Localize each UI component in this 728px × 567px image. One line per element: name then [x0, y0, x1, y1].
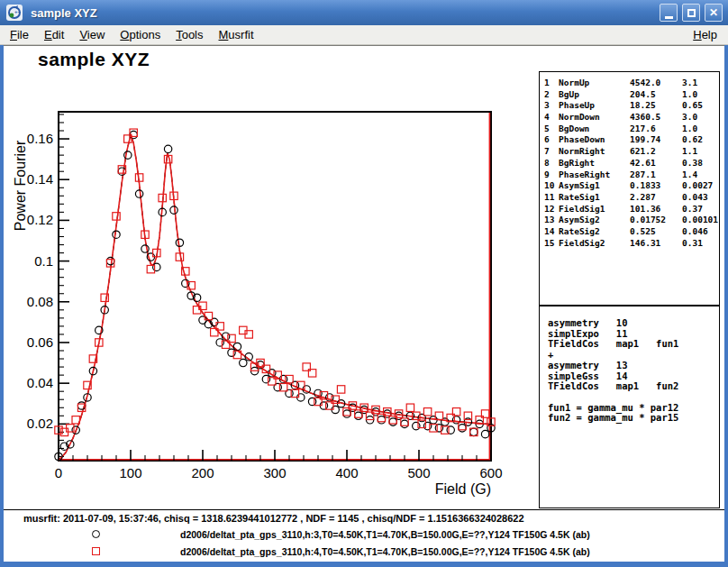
param-name: AsymSig1 [559, 180, 600, 192]
theory-line: asymmetry 10 [548, 318, 719, 329]
plot-canvas[interactable]: sample XYZ 01002003004005006000.020.040.… [4, 45, 724, 562]
param-row: 4NormDown4360.53.0 [540, 112, 719, 123]
y-tick-label: 0.06 [27, 334, 53, 350]
param-error: 1.0 [682, 89, 697, 101]
legend-row: d2006/deltat_pta_gps_3110,h:4,T0=4.50K,T… [4, 546, 724, 559]
legend-row: d2006/deltat_pta_gps_3110,h:3,T0=4.50K,T… [4, 529, 724, 542]
param-value: 2.287 [630, 192, 656, 204]
param-row: 9PhaseRight287.11.4 [540, 169, 719, 181]
maximize-button[interactable] [682, 4, 700, 22]
titlebar[interactable]: ++ sample XYZ ✕ [0, 0, 728, 25]
param-value: 204.5 [630, 89, 656, 101]
theory-box: asymmetry 10simplExpo 11TFieldCos map1 f… [539, 306, 720, 508]
x-axis-title: Field (G) [435, 481, 491, 497]
param-num: 12 [544, 204, 554, 215]
param-row: 15FieldSig2146.310.31 [540, 238, 719, 250]
param-num: 15 [544, 238, 554, 250]
menu-edit[interactable]: Edit [39, 26, 69, 43]
param-name: PhaseDown [559, 134, 605, 146]
fit-status-line: musrfit: 2011-07-09, 15:37:46, chisq = 1… [23, 513, 524, 524]
theory-line: asymmetry 13 [548, 361, 719, 371]
param-error: 0.65 [682, 100, 703, 112]
window-title: sample XYZ [31, 6, 97, 20]
param-name: RateSig1 [559, 192, 600, 204]
param-name: BgUp [559, 89, 579, 101]
param-name: FieldSig2 [559, 238, 605, 250]
menu-tools[interactable]: Tools [170, 26, 208, 43]
close-button[interactable]: ✕ [705, 4, 723, 22]
param-num: 11 [544, 192, 554, 204]
y-axis-title: Power Fourier [13, 140, 28, 231]
param-row: 7NormRight621.21.1 [540, 146, 719, 158]
param-row: 2BgUp204.51.0 [540, 89, 719, 101]
param-num: 8 [544, 158, 550, 169]
param-num: 14 [544, 226, 554, 238]
param-value: 0.01752 [630, 215, 666, 226]
param-name: PhaseRight [559, 169, 610, 181]
param-row: 13AsymSig20.017520.00101 [540, 215, 719, 226]
param-num: 9 [544, 169, 550, 181]
param-name: NormUp [559, 78, 589, 89]
menu-view[interactable]: View [74, 26, 110, 43]
maximize-icon [687, 9, 696, 17]
y-tick-label: 0.1 [34, 253, 53, 269]
param-value: 101.36 [630, 204, 660, 215]
y-tick-label: 0.02 [27, 416, 53, 431]
y-tick-label: 0.14 [27, 171, 53, 187]
param-row: 12FieldSig1101.360.37 [540, 204, 719, 215]
param-name: NormDown [559, 112, 600, 123]
param-error: 0.046 [682, 226, 708, 238]
y-tick-label: 0.08 [27, 294, 53, 309]
x-tick-label: 300 [263, 465, 286, 480]
param-num: 7 [544, 146, 550, 158]
param-value: 4542.0 [630, 78, 660, 89]
param-num: 4 [544, 112, 550, 123]
param-row: 10AsymSig10.18330.0027 [540, 180, 719, 192]
param-num: 13 [544, 215, 554, 226]
musrfit-window: ++ sample XYZ ✕ FileEditViewOptionsTools… [0, 0, 728, 567]
minimize-button[interactable] [660, 4, 678, 22]
menu-musrfit[interactable]: Musrfit [214, 26, 259, 43]
x-tick-label: 0 [55, 465, 62, 480]
param-error: 0.37 [682, 204, 703, 215]
theory-line: TFieldCos map1 fun1 [548, 339, 719, 350]
param-row: 3PhaseUp18.250.65 [540, 100, 719, 112]
menu-file[interactable]: File [5, 26, 34, 43]
param-row: 11RateSig12.2870.043 [540, 192, 719, 204]
y-tick-label: 0.16 [27, 131, 53, 146]
menu-help[interactable]: Help [687, 26, 723, 43]
theory-line [548, 392, 719, 403]
param-name: BgDown [559, 123, 589, 135]
param-name: AsymSig2 [559, 215, 600, 226]
menu-options[interactable]: Options [114, 26, 166, 43]
fit-parameters-box: 1NormUp4542.03.12BgUp204.51.03PhaseUp18.… [539, 71, 720, 306]
param-value: 0.1833 [630, 180, 660, 192]
param-error: 1.0 [682, 123, 697, 135]
param-value: 199.74 [630, 134, 660, 146]
param-error: 0.00101 [682, 215, 718, 226]
param-num: 6 [544, 134, 550, 146]
param-name: RateSig2 [559, 226, 600, 238]
legend-label: d2006/deltat_pta_gps_3110,h:4,T0=4.50K,T… [180, 546, 590, 557]
param-error: 0.043 [682, 192, 708, 204]
param-row: 14RateSig20.5250.046 [540, 226, 719, 238]
param-value: 287.1 [630, 169, 656, 181]
data-h3-markers [55, 131, 495, 460]
footer-separator [4, 509, 724, 510]
param-value: 18.25 [630, 100, 656, 112]
param-error: 3.0 [682, 112, 697, 123]
legend-label: d2006/deltat_pta_gps_3110,h:3,T0=4.50K,T… [180, 529, 590, 540]
window-icon: ++ [6, 5, 23, 21]
theory-line: fun2 = gamma_mu * par15 [548, 413, 719, 424]
legend-circle-marker-icon [92, 530, 100, 538]
svg-text:++: ++ [14, 9, 22, 14]
x-tick-label: 600 [479, 465, 502, 480]
param-error: 0.62 [682, 134, 703, 146]
param-num: 5 [544, 123, 550, 135]
fit-h3-line [59, 135, 491, 462]
param-row: 1NormUp4542.03.1 [540, 78, 719, 89]
param-error: 1.1 [682, 146, 697, 158]
theory-line: TFieldCos map1 fun2 [548, 381, 719, 392]
param-num: 3 [544, 100, 550, 112]
param-error: 0.31 [682, 238, 703, 250]
